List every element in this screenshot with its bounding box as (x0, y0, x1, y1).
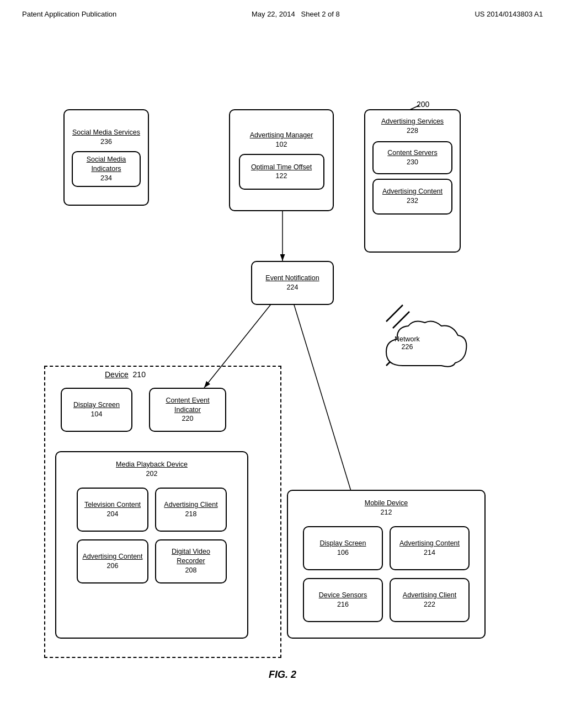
content-servers-number: 230 (407, 158, 418, 167)
network-cloud: Network 226 (381, 316, 469, 382)
display-screen-106-box: Display Screen 106 (303, 526, 383, 570)
social-media-indicators-box: Social Media Indicators 234 (72, 151, 141, 187)
content-servers-box: Content Servers 230 (372, 141, 452, 174)
header-center: May 22, 2014 Sheet 2 of 8 (252, 10, 340, 18)
media-playback-device-number: 202 (146, 469, 158, 479)
content-servers-title: Content Servers (387, 148, 437, 158)
display-screen-104-box: Display Screen 104 (61, 388, 132, 432)
social-media-services-box: Social Media Services 236 Social Media I… (63, 109, 149, 206)
content-event-indicator-box: Content Event Indicator 220 (149, 388, 226, 432)
optimal-time-offset-number: 122 (276, 172, 287, 181)
event-notification-number: 224 (287, 283, 299, 292)
social-media-services-number: 236 (100, 137, 112, 147)
event-notification-title: Event Notification (265, 274, 319, 283)
advertising-content-214-box: Advertising Content 214 (390, 526, 470, 570)
device-210-label: Device 210 (105, 370, 146, 379)
mobile-device-box: Mobile Device 212 Display Screen 106 Adv… (287, 490, 486, 639)
diagram-area: 200 Social Media Services 236 Social Med… (0, 24, 565, 686)
advertising-manager-box: Advertising Manager 102 Optimal Time Off… (229, 109, 334, 211)
advertising-client-222-box: Advertising Client 222 (390, 578, 470, 622)
media-playback-device-box: Media Playback Device 202 Television Con… (55, 451, 248, 639)
advertising-content-206-box: Advertising Content 206 (77, 539, 148, 584)
event-notification-box: Event Notification 224 (251, 261, 334, 305)
mobile-device-title: Mobile Device (365, 499, 408, 508)
advertising-content-232-box: Advertising Content 232 (372, 179, 452, 215)
device-sensors-box: Device Sensors 216 (303, 578, 383, 622)
advertising-services-box: Advertising Services 228 Content Servers… (364, 109, 461, 253)
media-playback-device-title: Media Playback Device (116, 460, 188, 469)
network-label: Network 226 (395, 335, 420, 351)
svg-line-5 (292, 299, 353, 498)
digital-video-recorder-box: Digital Video Recorder 208 (155, 539, 227, 584)
page-header: Patent Application Publication May 22, 2… (0, 0, 565, 18)
advertising-content-232-number: 232 (407, 196, 418, 206)
advertising-client-218-box: Advertising Client 218 (155, 488, 227, 532)
optimal-time-offset-title: Optimal Time Offset (251, 163, 312, 172)
social-media-services-title: Social Media Services (72, 128, 140, 137)
advertising-services-number: 228 (407, 126, 418, 136)
header-left: Patent Application Publication (22, 10, 116, 18)
advertising-manager-number: 102 (276, 140, 287, 149)
advertising-services-title: Advertising Services (381, 117, 444, 126)
header-patent: US 2014/0143803 A1 (475, 10, 543, 18)
mobile-device-number: 212 (381, 508, 392, 517)
optimal-time-offset-box: Optimal Time Offset 122 (239, 154, 324, 190)
ref-200-label: 200 (417, 100, 429, 109)
television-content-box: Television Content 204 (77, 488, 148, 532)
social-media-indicators-title: Social Media Indicators (77, 155, 135, 174)
social-media-indicators-number: 234 (100, 174, 112, 183)
advertising-content-232-title: Advertising Content (382, 187, 443, 196)
advertising-manager-title: Advertising Manager (250, 131, 313, 140)
